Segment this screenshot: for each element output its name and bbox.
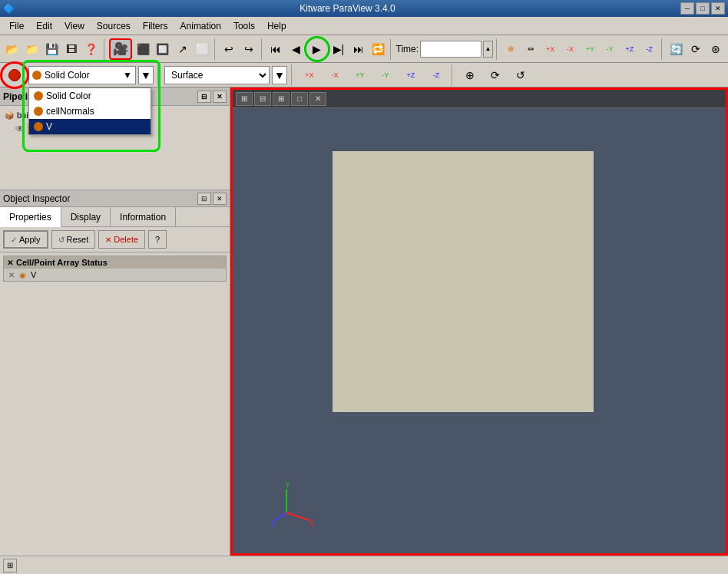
open-button[interactable]: 📂 [3, 38, 22, 60]
representation-select[interactable]: Surface Wireframe Points Surface With Ed… [164, 66, 270, 84]
array-section-icon: ✕ [7, 259, 13, 267]
array-row-v: ✕ ◉ V [4, 269, 226, 281]
color-options-button[interactable]: ▼ [138, 66, 154, 84]
pipeline-close-button[interactable]: ✕ [213, 91, 227, 103]
redo-button[interactable]: ↪ [240, 38, 258, 60]
loop-button[interactable]: 🔁 [369, 38, 387, 60]
viewport-toolbar: ⊞ ⊟ ⊞ □ ✕ [233, 90, 726, 108]
scale-neg-z-button[interactable]: -Z [640, 38, 659, 60]
undo-button[interactable]: ↩ [220, 38, 239, 60]
array-section-header: ✕ Cell/Point Array Status [4, 256, 226, 269]
delete-button[interactable]: ✕ Delete [98, 230, 145, 249]
anim-next-button[interactable]: ▶| [329, 38, 348, 60]
view-option1[interactable]: ⊕ [458, 64, 481, 86]
time-input[interactable] [420, 41, 481, 58]
reset-camera-button[interactable]: ⊕ [501, 38, 520, 60]
anim-first-button[interactable]: ⏮ [266, 38, 285, 60]
view-yminus[interactable]: -Y [374, 64, 397, 86]
pipeline-undock-button[interactable]: ⊟ [197, 91, 211, 103]
sep1 [104, 38, 106, 60]
time-label: Time: [396, 44, 419, 54]
row-label: V [31, 270, 36, 279]
open-recent-button[interactable]: 📁 [23, 38, 41, 60]
help-button-inspector[interactable]: ? [148, 230, 167, 249]
inspector-header-controls: ⊟ ✕ [197, 193, 227, 205]
tab-display[interactable]: Display [61, 207, 111, 226]
repr-options-button[interactable]: ▼ [272, 66, 287, 84]
dropdown-item-v[interactable]: V [29, 119, 151, 134]
menu-filters[interactable]: Filters [137, 19, 174, 33]
help-button[interactable]: ❓ [82, 38, 101, 60]
vt-maximize[interactable]: □ [291, 92, 308, 106]
menu-help[interactable]: Help [261, 19, 293, 33]
scale-y-button[interactable]: +Y [581, 38, 599, 60]
visibility-icon[interactable]: 👁 [15, 124, 25, 134]
scale-neg-y-button[interactable]: -Y [601, 38, 619, 60]
inspector-close-button[interactable]: ✕ [213, 193, 227, 205]
color-icon-button[interactable] [3, 64, 26, 86]
title-bar-controls: ─ □ ✕ [680, 2, 725, 15]
vt-close[interactable]: ✕ [309, 92, 326, 106]
sep4 [390, 38, 392, 60]
sep3 [261, 38, 263, 60]
apply-icon: ✓ [11, 236, 17, 244]
menu-sources[interactable]: Sources [91, 19, 137, 33]
dropdown-item-solid-color[interactable]: Solid Color [29, 88, 151, 104]
dropdown-item-cellnormals[interactable]: cellNormals [29, 104, 151, 119]
maximize-button[interactable]: □ [696, 2, 710, 15]
minimize-button[interactable]: ─ [680, 2, 694, 15]
view-option2[interactable]: ⟳ [484, 64, 507, 86]
row-checkbox[interactable]: ✕ [8, 271, 15, 279]
menu-animation[interactable]: Animation [174, 19, 227, 33]
svg-line-4 [286, 513, 309, 520]
tab-information[interactable]: Information [111, 207, 176, 226]
vt-split-4[interactable]: ⊞ [273, 92, 290, 106]
save-button[interactable]: 💾 [43, 38, 61, 60]
time-spin-up[interactable]: ▲ [483, 41, 493, 58]
render-button[interactable]: 🔄 [667, 38, 686, 60]
vt-split-h[interactable]: ⊞ [236, 92, 253, 106]
red-dot-icon [8, 69, 21, 81]
zoom-fit-button[interactable]: ⇔ [521, 38, 540, 60]
camera-mode-button[interactable]: 🎥 [109, 38, 132, 60]
scale-x-button[interactable]: +X [541, 38, 560, 60]
reset-view-button[interactable]: ⬛ [134, 38, 152, 60]
inspector-undock-button[interactable]: ⊟ [197, 193, 211, 205]
menu-view[interactable]: View [58, 19, 91, 33]
scale-z-button[interactable]: +Z [620, 38, 639, 60]
anim-render-button[interactable]: ⟳ [687, 38, 706, 60]
dropdown-item-label-3: V [46, 121, 52, 132]
menu-file[interactable]: File [3, 19, 30, 33]
color-dropdown-wrapper: Solid Color ▼ Solid Color cellNormals V [28, 66, 136, 84]
builtin-icon: 📦 [5, 111, 14, 120]
view-zminus[interactable]: -Z [425, 64, 448, 86]
cancel-render-button[interactable]: ⊛ [706, 38, 725, 60]
reset-icon: ↺ [58, 236, 65, 244]
menu-tools[interactable]: Tools [227, 19, 261, 33]
scale-neg-x-button[interactable]: -X [561, 38, 580, 60]
view-yplus[interactable]: +Y [349, 64, 372, 86]
apply-button[interactable]: ✓ Apply [3, 230, 48, 249]
save-anim-button[interactable]: 🎞 [62, 38, 81, 60]
close-button[interactable]: ✕ [711, 2, 725, 15]
anim-last-button[interactable]: ⏭ [349, 38, 368, 60]
color-dropdown[interactable]: Solid Color ▼ [28, 66, 136, 84]
tab-properties[interactable]: Properties [0, 207, 61, 227]
viewport: ⊞ ⊟ ⊞ □ ✕ Y Z X [230, 87, 728, 556]
dropdown-arrow: ▼ [123, 70, 132, 81]
vt-split-v[interactable]: ⊟ [254, 92, 271, 106]
pick-button[interactable]: ↗ [174, 38, 192, 60]
view-option3[interactable]: ↺ [509, 64, 532, 86]
status-icon-button[interactable]: ⊞ [3, 559, 17, 572]
anim-prev-button[interactable]: ◀ [286, 38, 305, 60]
reset-button[interactable]: ↺ Reset [51, 230, 96, 249]
menu-edit[interactable]: Edit [30, 19, 58, 33]
select-button[interactable]: 🔲 [154, 38, 172, 60]
play-button[interactable]: ▶ [306, 38, 328, 60]
view-xminus[interactable]: -X [323, 64, 346, 86]
view-zplus[interactable]: +Z [399, 64, 422, 86]
sep7 [157, 64, 160, 86]
menu-bar: File Edit View Sources Filters Animation… [0, 17, 728, 35]
rubber-band-button[interactable]: ⬜ [193, 38, 211, 60]
view-xplus[interactable]: +X [298, 64, 321, 86]
